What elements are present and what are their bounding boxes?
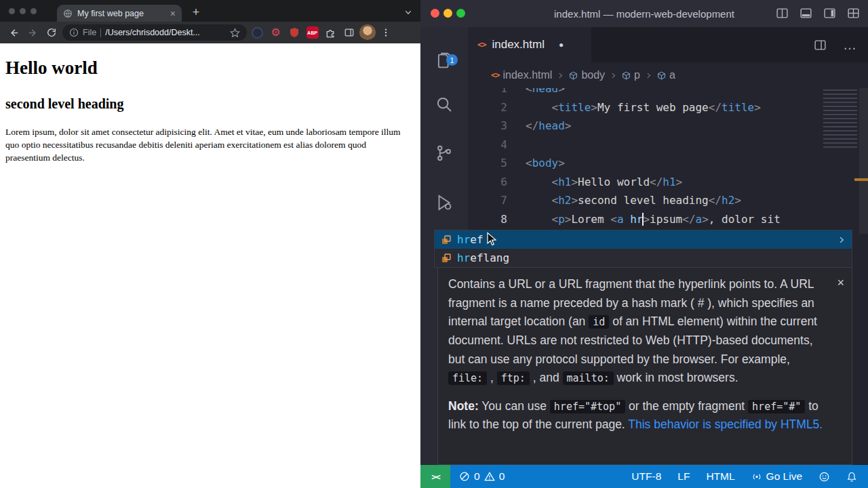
code-line-6[interactable]: <h1>Hello world</h1> [526, 173, 682, 191]
symbol-cube-icon [569, 71, 578, 80]
broadcast-icon [751, 471, 762, 482]
code-line-1[interactable]: <head> [526, 88, 565, 98]
breadcrumb-label: body [581, 69, 605, 81]
errors-icon [459, 471, 470, 482]
side-panel-icon[interactable] [341, 25, 357, 41]
window-close-button[interactable] [9, 8, 15, 14]
go-live-button[interactable]: Go Live [751, 470, 802, 483]
line-number: 5 [468, 154, 507, 172]
dark-circle-icon [252, 27, 263, 39]
line-number: 8 [468, 210, 507, 228]
vscode-window: index.html — modern-web-development 1 [420, 0, 868, 488]
language-status[interactable]: HTML [706, 470, 734, 483]
code-line-2[interactable]: <title>My first web page</title> [526, 98, 761, 117]
extensions-puzzle-icon[interactable] [323, 25, 338, 41]
warnings-icon [484, 471, 495, 482]
remote-indicator[interactable]: >< [420, 465, 450, 488]
new-tab-button[interactable]: + [189, 5, 203, 20]
chrome-window: My first web page × + File /Users/chrisd… [0, 0, 420, 488]
page-heading-2: second level heading [5, 96, 415, 112]
docs-text: work in most browsers. [614, 371, 738, 384]
problems-status[interactable]: 0 0 [450, 470, 505, 483]
symbol-cube-icon [622, 71, 631, 80]
docs-code: id [589, 315, 609, 329]
browser-toolbar: File /Users/chrisdodd/Deskt... ⚙ ABP [0, 22, 420, 43]
suggestion-label: hreflang [457, 249, 509, 267]
source-control-icon[interactable] [420, 136, 468, 171]
extension-gear-icon[interactable]: ⚙ [268, 25, 283, 41]
encoding-status[interactable]: UTF-8 [631, 470, 661, 483]
chevron-right-icon[interactable] [837, 236, 846, 244]
window-minimize-button[interactable] [20, 8, 26, 14]
abp-badge: ABP [307, 26, 319, 39]
suggestion-hreflang[interactable]: hreflang [435, 249, 852, 267]
more-actions-icon[interactable]: … [843, 37, 857, 53]
page-heading-1: Hello world [5, 58, 415, 79]
run-debug-icon[interactable] [420, 185, 468, 220]
editor-tab-label: index.html [492, 38, 544, 52]
docs-text: , [487, 371, 497, 384]
rendered-page: Hello world second level heading Lorem i… [0, 43, 420, 488]
eol-status[interactable]: LF [677, 470, 690, 483]
code-line-3[interactable]: </head> [526, 117, 571, 135]
notifications-bell-icon[interactable] [846, 471, 857, 483]
tab-search-chevron-icon[interactable] [404, 7, 412, 19]
docs-code: href="#top" [550, 400, 625, 413]
browser-menu-icon[interactable] [378, 25, 393, 41]
docs-bold: Note: [448, 399, 479, 413]
code-line-7[interactable]: <h2>second level heading</h2> [526, 191, 741, 209]
browser-tab[interactable]: My first web page × [57, 5, 182, 22]
tab-title: My first web page [77, 9, 165, 18]
forward-button[interactable] [24, 24, 41, 41]
address-bar[interactable]: File /Users/chrisdodd/Deskt... [62, 24, 247, 41]
breadcrumb-item-a[interactable]: a [657, 69, 675, 81]
macos-minimize-button[interactable] [443, 9, 452, 18]
extension-icon-a[interactable] [250, 25, 265, 41]
editor-tab-index-html[interactable]: <> index.html ● [468, 27, 591, 62]
explorer-icon[interactable] [420, 43, 468, 79]
symbol-cube-icon [657, 71, 666, 80]
docs-text: You can use [479, 399, 550, 413]
page-info-icon[interactable] [69, 28, 79, 37]
warnings-count: 0 [499, 470, 505, 483]
desktop: My first web page × + File /Users/chrisd… [0, 0, 868, 488]
chevron-right-icon [557, 72, 564, 79]
browser-tab-strip: My first web page × + [0, 0, 420, 22]
breadcrumb-label: p [634, 69, 640, 81]
editor-scrollbar[interactable] [859, 88, 868, 234]
customize-layout-icon[interactable] [847, 7, 860, 20]
go-live-label: Go Live [766, 470, 802, 483]
close-icon[interactable]: × [837, 277, 844, 289]
toggle-sidebar-right-icon[interactable] [823, 7, 836, 20]
code-line-5[interactable]: <body> [526, 154, 565, 172]
status-right: UTF-8 LF HTML Go Live [631, 470, 868, 483]
adblock-plus-icon[interactable]: ABP [304, 25, 320, 41]
breadcrumb-item-p[interactable]: p [622, 69, 640, 81]
avatar-photo [359, 24, 376, 41]
macos-close-button[interactable] [431, 9, 439, 18]
window-zoom-button[interactable] [31, 8, 37, 14]
tab-close-icon[interactable]: × [170, 9, 176, 18]
breadcrumb-item-file[interactable]: <> index.html [491, 69, 552, 81]
profile-avatar[interactable] [359, 25, 375, 41]
docs-code: mailto: [563, 371, 614, 385]
breadcrumb-item-body[interactable]: body [569, 69, 605, 81]
breadcrumb: <> index.html body p a [468, 62, 868, 88]
extension-shield-icon[interactable] [286, 25, 302, 41]
reload-button[interactable] [43, 24, 60, 41]
split-editor-icon[interactable] [776, 7, 789, 20]
back-button[interactable] [5, 24, 22, 41]
modified-dot-icon[interactable]: ● [559, 40, 564, 49]
minimap[interactable] [823, 89, 857, 148]
bookmark-star-icon[interactable] [230, 28, 240, 38]
feedback-icon[interactable] [818, 471, 830, 483]
search-icon[interactable] [420, 87, 468, 122]
line-number: 4 [468, 136, 507, 154]
code-line-8[interactable]: <p>Lorem <a hr>ipsum</a>, dolor sit [526, 210, 781, 228]
split-editor-right-icon[interactable] [814, 39, 827, 52]
docs-link[interactable]: This behavior is specified by HTML5. [628, 418, 823, 431]
line-number: 7 [468, 191, 507, 209]
toggle-panel-icon[interactable] [800, 7, 812, 20]
breadcrumb-label: index.html [502, 69, 552, 81]
macos-zoom-button[interactable] [456, 9, 465, 18]
